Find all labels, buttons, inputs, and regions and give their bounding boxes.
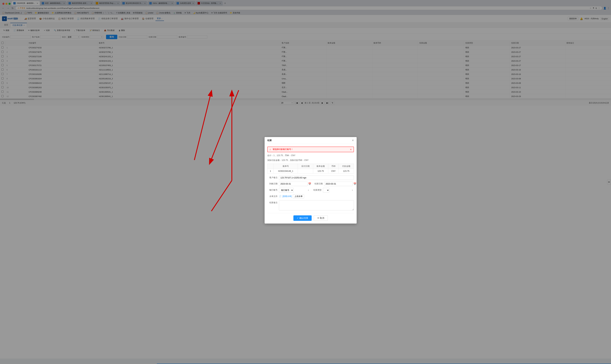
dtd-bill-no-1: H2302194148_1 — [273, 169, 298, 173]
water-bill-file-row: 📄 [查看水单] 上传水单 — [279, 194, 304, 198]
bank-account-label: 银行账号 — [267, 189, 278, 192]
arrival-date-wrapper: 📅 — [279, 182, 311, 186]
arrival-date-calendar-icon[interactable]: 📅 — [308, 182, 311, 185]
dialog-table-header: 账单号 应付日期 账单金额 币种 付款金额 — [267, 164, 354, 169]
customer-note-input[interactable] — [279, 176, 354, 180]
dialog-overlay[interactable]: 结算 ✕ ⚠ 请选择付款银行账号！ ✕ 合计：1，123.75，币种：CNY 实… — [0, 0, 611, 359]
dtd-index-1: 1 — [267, 169, 274, 173]
confirm-checkmark-icon: ✓ — [297, 217, 299, 219]
settle-date-wrapper: 📅 — [324, 182, 356, 186]
arrival-date-input[interactable] — [279, 182, 307, 186]
settle-note-textarea[interactable] — [279, 200, 354, 210]
customer-note-label: 客户备注 — [267, 176, 278, 179]
settle-type-form-label: 结算类型 — [311, 189, 321, 192]
dialog-form: 客户备注 到账日期 📅 结算日期 📅 银行账号 — [267, 176, 354, 210]
dth-bill-amount: 账单金额 — [313, 164, 328, 169]
error-message: 请选择付款银行账号！ — [273, 148, 293, 151]
file-icon: 📄 — [279, 195, 281, 197]
water-bill-label: 水单文件 — [267, 195, 278, 198]
upload-water-bill-button[interactable]: 上传水单 — [293, 194, 304, 198]
settle-note-label: 结算备注 — [267, 201, 278, 204]
confirm-settle-button[interactable]: ✓ 确认结算 — [293, 215, 312, 221]
settle-type-form-select[interactable] — [323, 188, 329, 193]
settle-date-label: 结算日期 — [312, 182, 323, 185]
dth-pay-amount: 付款金额 — [339, 164, 354, 169]
dform-customer-note-row: 客户备注 — [267, 176, 354, 180]
dialog-table: 账单号 应付日期 账单金额 币种 付款金额 1 H2302194148_1 12… — [267, 164, 354, 173]
bank-account-select[interactable]: 银行账号 — [279, 188, 293, 193]
error-icon: ⚠ — [269, 148, 271, 151]
dth-currency: 币种 — [328, 164, 339, 169]
cancel-button[interactable]: ✕ 取消 — [314, 215, 328, 221]
dtd-bill-amount-1: 123.75 — [313, 169, 328, 173]
dth-due-date: 应付日期 — [298, 164, 313, 169]
arrival-date-label: 到账日期 — [267, 182, 278, 185]
cancel-label: 取消 — [320, 217, 324, 220]
dform-settle-note-row: 结算备注 — [267, 200, 354, 210]
confirm-settle-label: 确认结算 — [299, 217, 308, 220]
dth-index — [267, 164, 274, 169]
dtd-due-date-1 — [298, 169, 313, 173]
dialog-info-line1: 合计：1，123.75，币种：CNY — [267, 154, 354, 157]
dform-bank-settle-row: 银行账号 银行账号 结算类型 — [267, 188, 354, 193]
cancel-x-icon: ✕ — [317, 217, 319, 219]
dtd-pay-amount-1: 123.75 — [339, 169, 354, 173]
dialog-info-line2: 实际付款金额：123.75，实际付款币种：CNY — [267, 159, 354, 162]
dform-water-bill-row: 水单文件 📄 [查看水单] 上传水单 — [267, 194, 354, 198]
view-water-bill-link[interactable]: [查看水单] — [282, 195, 292, 198]
dialog-table-row-1: 1 H2302194148_1 123.75 CNY 123.75 — [267, 169, 354, 173]
dialog-header: 结算 ✕ — [264, 137, 357, 144]
dialog-body: ⚠ 请选择付款银行账号！ ✕ 合计：1，123.75，币种：CNY 实际付款金额… — [264, 144, 357, 223]
dialog-actions: ✓ 确认结算 ✕ 取消 — [267, 213, 354, 221]
dialog-title: 结算 — [267, 139, 272, 142]
dform-dates-row: 到账日期 📅 结算日期 📅 — [267, 182, 354, 186]
settlement-dialog: 结算 ✕ ⚠ 请选择付款银行账号！ ✕ 合计：1，123.75，币种：CNY 实… — [264, 137, 357, 223]
error-alert: ⚠ 请选择付款银行账号！ ✕ — [267, 147, 354, 152]
settle-date-input[interactable] — [324, 182, 353, 186]
error-alert-close[interactable]: ✕ — [350, 148, 352, 151]
dialog-close-button[interactable]: ✕ — [352, 139, 354, 142]
dth-bill-no: 账单号 — [273, 164, 298, 169]
settle-date-calendar-icon[interactable]: 📅 — [353, 182, 356, 185]
dtd-currency-1: CNY — [328, 169, 339, 173]
